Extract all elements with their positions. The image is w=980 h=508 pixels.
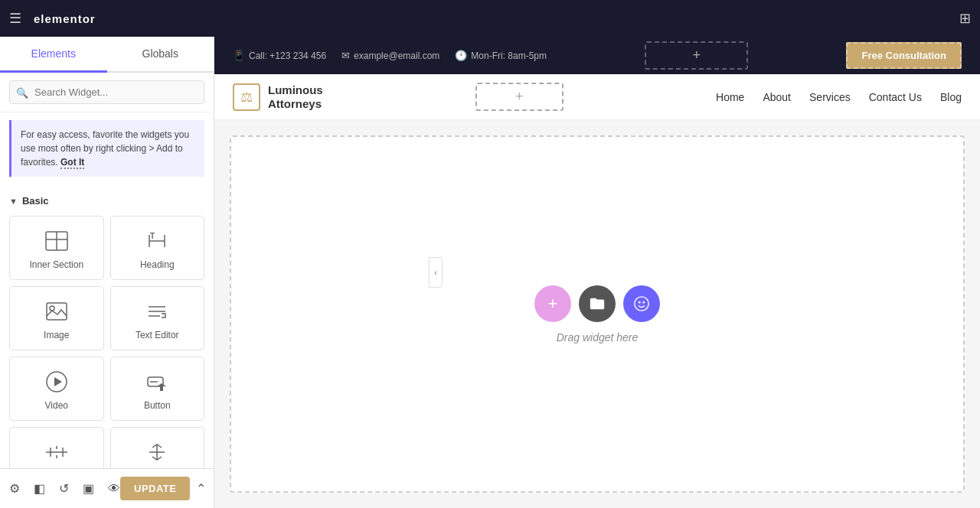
grid-icon[interactable]: ⊞: [959, 10, 971, 27]
settings-icon[interactable]: ⚙: [9, 481, 20, 496]
button-icon: [145, 370, 169, 394]
email-text: example@email.com: [354, 50, 439, 61]
widget-inner-section-label: Inner Section: [29, 259, 83, 270]
inner-section-icon: [44, 229, 69, 253]
search-wrapper: 🔍: [9, 80, 204, 104]
layers-icon[interactable]: ◧: [34, 481, 45, 496]
hours-text: Mon-Fri: 8am-5pm: [471, 50, 547, 61]
heading-icon: T: [145, 229, 169, 253]
logo-line1: Luminous: [268, 83, 323, 97]
sidebar-collapse-toggle[interactable]: ‹: [429, 257, 443, 288]
update-button[interactable]: UPDATE: [120, 477, 190, 500]
widget-image[interactable]: Image: [9, 286, 104, 350]
folder-icon: [589, 295, 606, 312]
logo-line2: Attorneys: [268, 97, 323, 111]
drag-text: Drag widget here: [557, 331, 639, 344]
tip-box: For easy access, favorite the widgets yo…: [9, 120, 204, 177]
nav-link-about[interactable]: About: [763, 91, 791, 103]
drop-buttons: +: [534, 285, 660, 322]
drop-zone[interactable]: + Drag widge: [230, 135, 965, 493]
canvas-content: + Drag widge: [214, 120, 980, 508]
site-header-bar: 📱 Call: +123 234 456 ✉ example@email.com…: [214, 37, 980, 74]
elementor-logo: elementor: [34, 12, 96, 25]
canvas-area: 📱 Call: +123 234 456 ✉ example@email.com…: [214, 37, 980, 508]
image-icon: [44, 299, 69, 324]
widget-button[interactable]: Button: [110, 357, 205, 421]
search-box: 🔍: [0, 73, 214, 112]
widget-image-label: Image: [44, 330, 69, 340]
svg-text:T: T: [150, 232, 155, 240]
main-layout: Elements Globals 🔍 For easy access, favo…: [0, 37, 980, 508]
widgets-grid: Inner Section T Heading: [9, 216, 204, 468]
tab-elements[interactable]: Elements: [0, 37, 107, 73]
widget-divider[interactable]: Divider: [9, 427, 104, 468]
chevron-up-icon[interactable]: ⌃: [196, 481, 206, 496]
got-it-link[interactable]: Got It: [60, 157, 84, 169]
top-bar: ☰ elementor ⊞: [0, 0, 980, 37]
svg-rect-4: [47, 303, 67, 320]
hours-info: 🕐 Mon-Fri: 8am-5pm: [455, 50, 547, 61]
svg-point-22: [642, 301, 645, 303]
header-add-button[interactable]: +: [645, 41, 748, 70]
responsive-icon[interactable]: ▣: [83, 481, 94, 496]
widget-video-label: Video: [45, 400, 68, 411]
nav-link-services[interactable]: Services: [809, 91, 851, 103]
sidebar: Elements Globals 🔍 For easy access, favo…: [0, 37, 214, 508]
svg-point-20: [635, 296, 648, 310]
tab-globals[interactable]: Globals: [107, 37, 214, 71]
logo-icon: ⚖: [233, 83, 260, 111]
email-info: ✉ example@email.com: [341, 50, 439, 61]
nav-link-contact[interactable]: Contact Us: [869, 91, 922, 103]
email-icon: ✉: [341, 50, 350, 61]
widget-heading-label: Heading: [140, 259, 175, 270]
history-icon[interactable]: ↺: [59, 481, 69, 496]
nav-link-blog[interactable]: Blog: [940, 91, 962, 103]
nav-link-home[interactable]: Home: [716, 91, 744, 103]
site-nav-links: Home About Services Contact Us Blog: [716, 91, 962, 103]
widget-inner-section[interactable]: Inner Section: [9, 216, 104, 280]
search-icon: 🔍: [16, 86, 28, 98]
tip-text: For easy access, favorite the widgets yo…: [21, 129, 189, 168]
sidebar-tabs: Elements Globals: [0, 37, 214, 73]
widget-video[interactable]: Video: [9, 357, 104, 421]
spacer-icon: [145, 440, 169, 464]
site-nav: ⚖ Luminous Attorneys + Home About Servic…: [214, 74, 980, 120]
phone-text: Call: +123 234 456: [249, 50, 326, 61]
widget-text-editor-label: Text Editor: [136, 330, 179, 340]
hamburger-icon[interactable]: ☰: [9, 10, 21, 27]
clock-icon: 🕐: [455, 50, 467, 61]
text-editor-icon: [145, 299, 169, 324]
basic-section-title: ▼ Basic: [9, 195, 204, 207]
svg-marker-10: [54, 377, 62, 386]
add-widget-button[interactable]: +: [534, 285, 571, 322]
search-input[interactable]: [9, 80, 204, 104]
widget-spacer[interactable]: Spacer: [110, 427, 205, 468]
toolbar-right: UPDATE ⌃: [120, 477, 206, 500]
chevron-icon: ▼: [9, 197, 18, 206]
site-logo: ⚖ Luminous Attorneys: [233, 83, 323, 111]
video-icon: [44, 370, 69, 394]
bottom-toolbar: ⚙ ◧ ↺ ▣ 👁 UPDATE ⌃: [0, 468, 214, 508]
svg-point-21: [639, 301, 641, 303]
toolbar-left-icons: ⚙ ◧ ↺ ▣ 👁: [9, 481, 120, 496]
site-header-left: 📱 Call: +123 234 456 ✉ example@email.com…: [233, 50, 547, 61]
emoji-button[interactable]: [623, 285, 660, 322]
divider-icon: [44, 440, 69, 464]
top-bar-left: ☰ elementor: [9, 10, 96, 27]
nav-add-button[interactable]: +: [475, 83, 564, 111]
widget-button-label: Button: [144, 400, 171, 411]
basic-label: Basic: [22, 195, 49, 207]
widget-heading[interactable]: T Heading: [110, 216, 205, 280]
cta-button[interactable]: Free Consultation: [846, 42, 962, 69]
preview-icon[interactable]: 👁: [108, 482, 120, 496]
phone-info: 📱 Call: +123 234 456: [233, 50, 326, 61]
phone-icon: 📱: [233, 50, 245, 61]
smiley-icon: [633, 295, 650, 312]
logo-text: Luminous Attorneys: [268, 83, 323, 111]
template-button[interactable]: [579, 285, 616, 322]
widgets-section: ▼ Basic Inner Section T: [0, 184, 214, 468]
widget-text-editor[interactable]: Text Editor: [110, 286, 205, 350]
